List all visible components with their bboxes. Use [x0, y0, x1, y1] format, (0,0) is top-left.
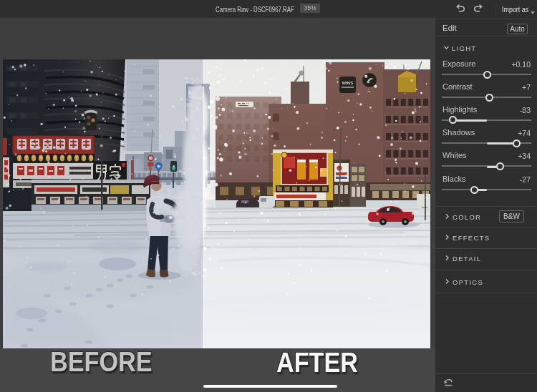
svg-text:WINS: WINS [342, 81, 354, 85]
